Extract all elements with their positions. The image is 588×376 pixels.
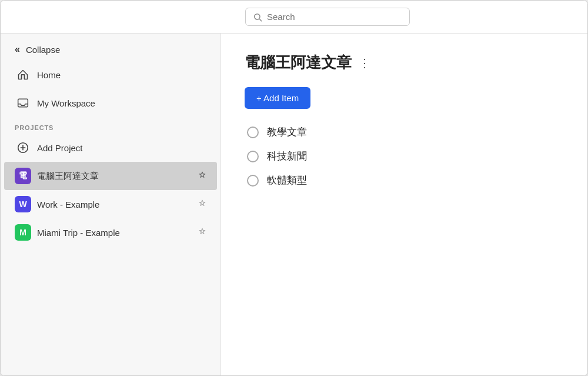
pin-icon-miami[interactable]	[198, 228, 206, 238]
radio-circle-2[interactable]	[247, 175, 259, 187]
sidebar-item-work[interactable]: W Work - Example	[4, 190, 217, 218]
project-label-work: Work - Example	[37, 199, 99, 209]
collapse-button[interactable]: « Collapse	[4, 38, 217, 61]
more-menu-icon[interactable]: ⋮	[359, 56, 370, 70]
list-items: 教學文章 科技新聞 軟體類型	[245, 125, 564, 187]
project-avatar-work: W	[15, 196, 31, 212]
pin-icon-work[interactable]	[198, 199, 206, 209]
add-project-icon	[15, 139, 31, 156]
body: « Collapse Home	[1, 34, 587, 375]
project-label-miami: Miami Trip - Example	[37, 228, 120, 238]
collapse-icon: «	[15, 44, 20, 55]
project-label-diannaowang: 電腦王阿達文章	[37, 171, 99, 182]
svg-point-0	[255, 14, 260, 19]
radio-circle-0[interactable]	[247, 127, 259, 138]
radio-circle-1[interactable]	[247, 151, 259, 162]
projects-section-label: PROJECTS	[1, 117, 220, 134]
sidebar-item-home[interactable]: Home	[4, 61, 217, 89]
inbox-icon	[15, 95, 31, 111]
page-title-row: 電腦王阿達文章 ⋮	[245, 52, 564, 73]
collapse-label: Collapse	[26, 45, 60, 55]
project-avatar-diannaowang: 電	[15, 168, 31, 184]
search-bar[interactable]	[245, 8, 410, 26]
my-workspace-label: My Workspace	[37, 98, 95, 108]
list-item-label-0: 教學文章	[267, 125, 307, 139]
search-input[interactable]	[267, 12, 402, 22]
header	[1, 1, 587, 34]
list-item-label-1: 科技新聞	[267, 149, 307, 163]
sidebar-item-diannaowang[interactable]: 電 電腦王阿達文章	[4, 162, 217, 190]
page-title: 電腦王阿達文章	[245, 52, 352, 73]
list-item-label-2: 軟體類型	[267, 174, 307, 187]
search-icon	[253, 12, 262, 22]
sidebar-item-add-project[interactable]: Add Project	[4, 134, 217, 162]
list-item-0[interactable]: 教學文章	[247, 125, 564, 139]
pin-icon-diannaowang[interactable]	[198, 171, 206, 181]
sidebar: « Collapse Home	[1, 34, 221, 375]
home-icon	[15, 66, 31, 83]
add-project-label: Add Project	[37, 143, 83, 153]
main-content: 電腦王阿達文章 ⋮ + Add Item 教學文章 科技新聞 軟體類型	[221, 34, 587, 375]
list-item-1[interactable]: 科技新聞	[247, 149, 564, 163]
app-window: « Collapse Home	[0, 0, 588, 376]
svg-line-1	[259, 19, 261, 21]
add-item-button[interactable]: + Add Item	[245, 87, 310, 109]
sidebar-item-miami[interactable]: M Miami Trip - Example	[4, 218, 217, 247]
project-avatar-miami: M	[15, 224, 31, 241]
list-item-2[interactable]: 軟體類型	[247, 174, 564, 187]
home-label: Home	[37, 70, 61, 80]
sidebar-item-my-workspace[interactable]: My Workspace	[4, 89, 217, 117]
